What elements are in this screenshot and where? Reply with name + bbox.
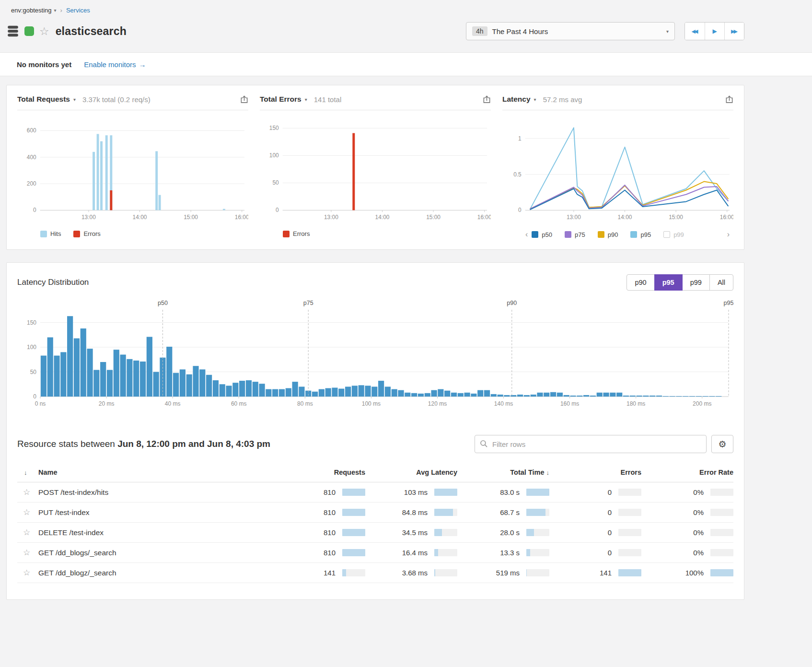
legend-item-errors[interactable]: Errors [73,230,100,237]
percentile-toggle-p90[interactable]: p90 [626,274,654,291]
breadcrumb: env:gobtesting ▾ › Services [6,0,744,14]
row-favorite-star-icon[interactable]: ☆ [23,548,30,557]
legend-item-p90[interactable]: p90 [598,231,618,238]
column-header-requests[interactable]: Requests [273,463,365,482]
row-favorite-star-icon[interactable]: ☆ [23,508,30,517]
chart-title: Total Requests [17,95,70,104]
latency-legend: ‹ p50p75p90p95p99 › [522,230,733,239]
error-rate-gauge [710,549,733,556]
chevron-right-icon[interactable]: › [723,230,733,239]
gear-icon: ⚙ [718,439,726,449]
play-icon: ▶ [712,28,717,35]
requests-gauge [342,549,365,556]
latency-distribution-chart[interactable]: 0501001500 ns20 ms40 ms60 ms80 ms100 ms1… [17,295,733,413]
legend-item-hits[interactable]: Hits [40,230,61,237]
svg-text:16:00: 16:00 [235,214,248,221]
search-icon [480,440,488,450]
svg-text:100: 100 [269,152,279,159]
errors-gauge [618,549,641,556]
percentile-toggle-all[interactable]: All [709,274,733,291]
column-header-errors[interactable]: Errors [549,463,641,482]
row-favorite-star-icon[interactable]: ☆ [23,568,30,577]
resource-name[interactable]: GET /dd_blogs/_search [38,543,273,563]
table-row[interactable]: ☆PUT /test-index81084.8 ms68.7 s00% [17,503,733,523]
error-rate-gauge [710,509,733,516]
play-button[interactable]: ▶ [705,23,724,40]
export-icon[interactable] [240,95,248,104]
favorite-star-icon[interactable]: ☆ [39,26,49,37]
svg-text:160 ms: 160 ms [560,400,579,407]
error-rate-gauge [710,569,733,576]
total-errors-chart[interactable]: 05010015013:0014:0015:0016:00 [260,117,491,226]
requests-value: 141 [324,569,336,577]
errors-gauge [618,529,641,536]
svg-text:150: 150 [269,125,279,131]
column-header-total-time[interactable]: Total Time ↓ [457,463,549,482]
resource-stats-heading: Resource stats between Jun 8, 12:00 pm a… [17,439,475,449]
legend-item-p99[interactable]: p99 [663,231,684,238]
table-settings-button[interactable]: ⚙ [711,435,733,453]
legend-item-p95[interactable]: p95 [630,231,651,238]
latency-metric-selector[interactable]: Latency ▾ [502,95,536,104]
resource-name[interactable]: PUT /test-index [38,503,273,523]
chevron-left-icon[interactable]: ‹ [522,230,532,239]
svg-text:140 ms: 140 ms [494,400,513,407]
total-errors-metric-selector[interactable]: Total Errors ▾ [260,95,307,104]
filter-rows-input[interactable] [475,435,707,453]
legend-item-p50[interactable]: p50 [532,231,552,238]
chevron-down-icon: ▾ [54,8,57,13]
scrub-forward-button[interactable]: ▶▶ [724,23,744,40]
column-header-avg-latency[interactable]: Avg Latency [365,463,457,482]
row-favorite-star-icon[interactable]: ☆ [23,528,30,537]
error-rate-value: 0% [693,549,704,557]
column-header-error-rate[interactable]: Error Rate [641,463,733,482]
breadcrumb-services-link[interactable]: Services [66,7,90,14]
legend-swatch [598,231,604,238]
legend-item-p75[interactable]: p75 [565,231,585,238]
percentile-toggle-p99[interactable]: p99 [682,274,710,291]
svg-text:p95: p95 [724,300,733,306]
export-icon[interactable] [483,95,491,104]
scrub-backward-button[interactable]: ◀◀ [685,23,705,40]
errors-value: 0 [608,528,612,537]
svg-text:400: 400 [27,154,36,161]
svg-text:40 ms: 40 ms [165,400,181,407]
table-row[interactable]: ☆GET /dd_blogs/_search81016.4 ms13.3 s00… [17,543,733,563]
avg-latency-gauge [434,529,457,536]
topbar: env:gobtesting ▾ › Services ☆ elasticsea… [6,0,744,42]
export-icon[interactable] [725,95,733,104]
enable-monitors-link[interactable]: Enable monitors → [84,60,146,69]
legend-label: Hits [50,230,61,237]
table-row[interactable]: ☆POST /test-index/hits810103 ms83.0 s00% [17,482,733,503]
sort-desc-icon[interactable]: ↓ [24,469,27,476]
svg-text:14:00: 14:00 [618,214,632,221]
legend-label: p95 [640,231,651,238]
svg-text:16:00: 16:00 [720,214,733,221]
latency-chart[interactable]: 00.5113:0014:0015:0016:00 [502,117,733,226]
avg-latency-value: 16.4 ms [402,549,428,557]
svg-text:p90: p90 [507,300,517,306]
env-label: env:gobtesting [11,7,52,14]
total-time-gauge [526,489,549,496]
total-requests-metric-selector[interactable]: Total Requests ▾ [17,95,76,104]
env-selector[interactable]: env:gobtesting ▾ [11,7,57,14]
legend-item-errors[interactable]: Errors [283,230,310,237]
table-row[interactable]: ☆GET /dd_blogz/_search1413.68 ms519 ms14… [17,563,733,583]
legend-swatch [73,231,80,237]
svg-text:80 ms: 80 ms [297,400,313,407]
column-header-name[interactable]: Name [38,463,273,482]
time-range-picker[interactable]: 4h The Past 4 Hours ▾ [466,22,675,40]
row-favorite-star-icon[interactable]: ☆ [23,488,30,497]
legend-label: p75 [575,231,585,238]
errors-gauge [618,569,641,576]
svg-text:100 ms: 100 ms [362,400,381,407]
resource-name[interactable]: POST /test-index/hits [38,482,273,503]
avg-latency-gauge [434,489,457,496]
avg-latency-gauge [434,509,457,516]
total-requests-chart[interactable]: 020040060013:0014:0015:0016:00 [17,117,248,226]
resource-name[interactable]: GET /dd_blogz/_search [38,563,273,583]
error-rate-value: 0% [693,528,704,537]
percentile-toggle-p95[interactable]: p95 [654,274,683,291]
table-row[interactable]: ☆DELETE /test-index81034.5 ms28.0 s00% [17,523,733,543]
resource-name[interactable]: DELETE /test-index [38,523,273,543]
